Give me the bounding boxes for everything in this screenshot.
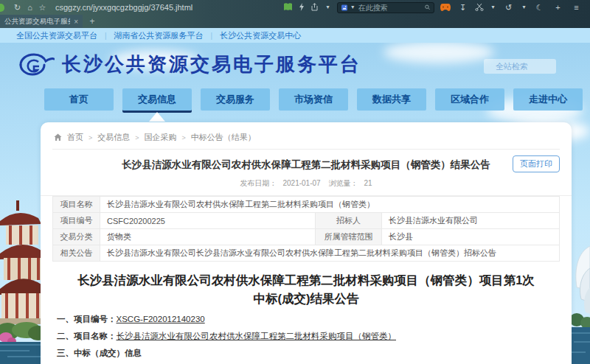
active-nav-pointer (149, 112, 165, 122)
toolbar-right: ▾ ▾ ↧ ▾ ↺ ▾ ☾ + ≡ (283, 0, 583, 15)
nav-about-center[interactable]: 走进中心 (513, 88, 583, 111)
crumb-separator: > (135, 134, 139, 141)
night-mode-icon[interactable]: ☾ (533, 0, 546, 15)
publish-date-label: 发布日期： (240, 179, 277, 187)
menu-icon[interactable]: ≡ (570, 0, 583, 15)
breadcrumb: 首页 > 交易信息 > 国企采购 > 中标公告（结果） (52, 128, 560, 150)
scissors-caret-icon[interactable]: ▾ (490, 0, 496, 15)
article-meta: 发布日期：2021-01-07 浏览量：21 (41, 178, 572, 196)
table-row: 相关公告 长沙县洁源水业有限公司长沙县洁源水业有限公司农村供水保障工程第二批材料… (53, 245, 560, 262)
crumb-trade-info[interactable]: 交易信息 (97, 132, 130, 143)
home-icon (54, 133, 62, 141)
reading-list-icon[interactable] (283, 1, 293, 14)
nav-data-share[interactable]: 数据共享 (357, 88, 426, 111)
webpage: 全国公共资源交易平台 | 湖南省公共资源服务平台 | 长沙公共资源交易中心 长沙… (0, 28, 590, 364)
link-province-platform[interactable]: 湖南省公共资源服务平台 (114, 30, 204, 41)
refresh-icon[interactable]: ↻ (11, 0, 24, 15)
brand: 长沙公共资源交易电子服务平台 (19, 52, 361, 77)
browser-tab[interactable]: 公共资源交易电子服务平台 × (0, 15, 83, 28)
table-row: 交易分类 货物类 所属管辖范围 长沙县 (53, 229, 560, 245)
scissors-icon[interactable] (475, 1, 484, 14)
item-label: 二、项目名称： (57, 332, 117, 340)
item-label: 一、项目编号： (57, 315, 117, 323)
share-icon[interactable] (310, 1, 319, 14)
engine-caret-icon[interactable]: ▾ (350, 0, 355, 15)
nav-trade-service[interactable]: 交易服务 (201, 88, 270, 111)
article-header: 长沙县洁源水业有限公司农村供水保障工程第二批材料采购项目（钢管类）结果公告 页面… (52, 158, 560, 172)
project-name: 长沙县洁源水业有限公司农村供水保障工程第二批材料采购项目（钢管类） (117, 332, 397, 340)
crumb-soe-procurement[interactable]: 国企采购 (145, 132, 177, 143)
share-caret-icon[interactable]: ▾ (324, 0, 331, 15)
page-title: 长沙县洁源水业有限公司农村供水保障工程第二批材料采购项目（钢管类）结果公告 (104, 158, 508, 172)
link-national-platform[interactable]: 全国公共资源交易平台 (16, 30, 97, 41)
info-label: 交易分类 (53, 229, 100, 245)
project-info-table: 项目名称 长沙县洁源水业有限公司农村供水保障工程第二批材料采购项目（钢管类） 项… (52, 196, 560, 262)
info-label: 所属管辖范围 (316, 229, 382, 245)
new-tab-button[interactable]: + (83, 15, 102, 28)
search-engine-icon (341, 4, 347, 12)
crumb-home[interactable]: 首页 (67, 132, 83, 143)
quick-search-box[interactable]: ▾ (337, 2, 434, 13)
main-nav: 首页 交易信息 交易服务 市场资信 数据共享 区域合作 走进中心 (44, 88, 583, 111)
info-value: 长沙县洁源水业有限公司农村供水保障工程第二批材料采购项目（钢管类） (100, 197, 560, 213)
crumb-separator: > (88, 134, 92, 141)
top-links-bar: 全国公共资源交易平台 | 湖南省公共资源服务平台 | 长沙公共资源交易中心 (0, 28, 590, 43)
address-bar[interactable]: csggzy.cn/jyxxgqcgzbggjg/37645.jhtml (55, 3, 192, 12)
link-changsha-center[interactable]: 长沙公共资源交易中心 (220, 30, 301, 41)
building-illustration (571, 217, 590, 364)
bookmark-star-icon[interactable]: ☆ (36, 0, 49, 15)
site-banner: 长沙公共资源交易电子服务平台 (0, 43, 590, 88)
site-search-input[interactable] (484, 59, 556, 74)
content-card: 首页 > 交易信息 > 国企采购 > 中标公告（结果） 长沙县洁源水业有限公司农… (41, 122, 572, 364)
tab-strip: 公共资源交易电子服务平台 × + (0, 15, 590, 28)
nav-market-credit[interactable]: 市场资信 (279, 88, 348, 111)
separator: | (211, 32, 213, 40)
doc-item-award-info: 三、中标（成交）信息 (57, 348, 555, 359)
separator: | (105, 32, 107, 40)
tab-close-icon[interactable]: × (74, 18, 78, 26)
info-value: 长沙县洁源水业有限公司 (382, 213, 560, 229)
site-logo (19, 52, 55, 77)
crumb-separator: > (182, 134, 186, 141)
info-value: CSFC20200225 (100, 213, 316, 229)
info-label: 相关公告 (53, 245, 100, 262)
history-icon[interactable]: ↺ (502, 0, 515, 15)
info-value: 货物类 (100, 229, 316, 245)
magnifier-icon (425, 4, 430, 11)
item-label: 三、中标（成交）信息 (57, 349, 142, 357)
table-row: 项目名称 长沙县洁源水业有限公司农村供水保障工程第二批材料采购项目（钢管类） (53, 197, 560, 213)
add-icon[interactable]: + (552, 0, 564, 15)
site-search (484, 59, 556, 74)
views-count: 21 (364, 179, 372, 187)
tab-title: 公共资源交易电子服务平台 (4, 17, 70, 27)
info-label: 招标人 (316, 213, 382, 229)
views-label: 浏览量： (328, 179, 358, 187)
project-number: XSCG-F202012140230 (117, 315, 205, 323)
download-icon[interactable]: ↧ (457, 0, 469, 15)
browser-search-input[interactable] (358, 4, 422, 12)
back-icon[interactable] (0, 4, 4, 12)
doc-item-project-no: 一、项目编号：XSCG-F202012140230 (57, 314, 555, 325)
info-value: 长沙县 (382, 229, 560, 245)
nav-region-coop[interactable]: 区域合作 (435, 88, 504, 111)
browser-toolbar: ↻ ⌂ ☆ csggzy.cn/jyxxgqcgzbggjg/37645.jht… (0, 0, 590, 15)
table-row: 项目编号 CSFC20200225 招标人 长沙县洁源水业有限公司 (53, 213, 560, 229)
related-announcement-link[interactable]: 长沙县洁源水业有限公司长沙县洁源水业有限公司农村供水保障工程第二批材料采购项目（… (100, 245, 560, 262)
doc-item-project-name: 二、项目名称：长沙县洁源水业有限公司农村供水保障工程第二批材料采购项目（钢管类） (57, 331, 555, 342)
pagoda-illustration (0, 187, 41, 364)
info-label: 项目编号 (53, 213, 100, 229)
history-caret-icon[interactable]: ▾ (521, 0, 527, 15)
browser-chrome: ↻ ⌂ ☆ csggzy.cn/jyxxgqcgzbggjg/37645.jht… (0, 0, 590, 28)
result-heading: 长沙县洁源水业有限公司农村供水保障工程第二批材料采购项目（钢管类）项目第1次中标… (72, 271, 541, 308)
flash-icon[interactable] (299, 1, 305, 14)
site-title: 长沙公共资源交易电子服务平台 (62, 52, 361, 77)
print-page-button[interactable]: 页面打印 (513, 155, 560, 172)
nav-home[interactable]: 首页 (44, 88, 114, 111)
info-label: 项目名称 (53, 197, 100, 213)
publish-date: 2021-01-07 (282, 179, 320, 187)
home-icon[interactable]: ⌂ (24, 0, 36, 15)
game-center-icon[interactable] (440, 1, 451, 14)
nav-trade-info[interactable]: 交易信息 (122, 88, 192, 111)
crumb-award-notice[interactable]: 中标公告（结果） (191, 132, 256, 143)
